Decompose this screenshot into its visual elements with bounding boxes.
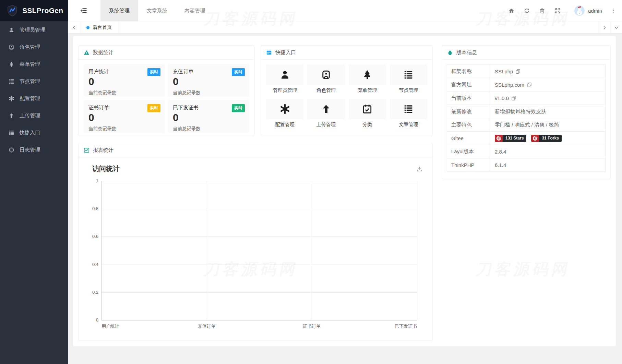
stat-box: 充值订单 实时 0 当前总记录数 (168, 64, 249, 97)
version-row: Layui版本 2.8.4 (447, 145, 605, 158)
sidebar-item-admin[interactable]: 管理员管理 (0, 21, 68, 38)
y-axis-tick: 0.2 (81, 290, 98, 295)
y-axis-tick: 0.4 (81, 262, 98, 267)
stat-box: 已下发证书 实时 0 当前总记录数 (168, 100, 249, 133)
stat-value: 0 (173, 112, 244, 123)
x-axis-label: 证书订单 (303, 323, 321, 329)
v-gridline (207, 181, 207, 320)
quick-entry[interactable]: 管理员管理 (266, 64, 303, 94)
version-row-label: 主要特色 (447, 118, 490, 131)
version-row-label: Gitee (447, 132, 490, 145)
copy-icon[interactable] (515, 69, 521, 74)
quick-entry-box (266, 99, 303, 119)
chart-area: 00.20.40.60.81用户统计充值订单证书订单已下发证书 (79, 157, 432, 341)
tabs-scroll-left-button[interactable] (68, 22, 80, 33)
gitee-badge[interactable]: 131 Stars (495, 135, 526, 142)
report-card-header: 报表统计 (79, 143, 432, 157)
leaf-icon (447, 50, 453, 56)
asterisk-icon (280, 104, 290, 114)
list-icon (9, 130, 14, 136)
y-axis-tick: 1 (81, 178, 98, 183)
sidebar-item-label: 角色管理 (20, 44, 40, 50)
sidebar-item-label: 菜单管理 (20, 61, 40, 68)
stat-value: 0 (88, 76, 160, 87)
sidebar-item-label: 上传管理 (20, 112, 40, 119)
calendar-check-icon (362, 104, 372, 114)
sidebar-item-node[interactable]: 节点管理 (0, 73, 68, 90)
tabs-scroll-right-button[interactable] (598, 22, 610, 33)
x-axis-label: 充值订单 (198, 323, 216, 329)
sidebar-item-menu[interactable]: 菜单管理 (0, 56, 68, 73)
window-icon (266, 50, 272, 56)
y-axis-tick: 0.6 (81, 234, 98, 239)
topnav-tab-1[interactable]: 文章系统 (138, 0, 176, 21)
home-icon[interactable] (509, 8, 514, 14)
sidebar-item-role[interactable]: 角色管理 (0, 38, 68, 56)
quick-entry-box (390, 99, 427, 119)
sidebar-nav: 管理员管理 角色管理 菜单管理 节点管理 配置管理 上传管理 快捷入口 日志管理 (0, 21, 68, 158)
quick-entry[interactable]: 分类 (349, 99, 386, 128)
stat-value: 0 (88, 112, 160, 123)
sidebar-item-quick[interactable]: 快捷入口 (0, 124, 68, 141)
stat-badge: 实时 (232, 104, 245, 112)
avatar[interactable] (574, 5, 585, 16)
sidebar-item-upload[interactable]: 上传管理 (0, 107, 68, 124)
version-row-label: 最新修改 (447, 105, 490, 118)
stats-card-header: 数据统计 (79, 46, 254, 60)
h-gridline (101, 265, 417, 265)
stat-sublabel: 当前总记录数 (88, 90, 160, 96)
version-row: 主要特色 零门槛 / 响应式 / 清爽 / 极简 (447, 118, 605, 132)
quick-entry-box (307, 99, 345, 119)
stat-badge: 实时 (147, 104, 160, 112)
tabbar: 后台首页 (68, 21, 622, 34)
tree-icon (362, 70, 372, 80)
topnav-tab-0[interactable]: 系统管理 (100, 0, 138, 21)
x-axis-line (101, 320, 417, 320)
h-gridline (101, 181, 417, 181)
sidebar-item-label: 节点管理 (20, 78, 40, 85)
topnav-tabs: 系统管理文章系统内容管理 (100, 0, 214, 21)
tab-home[interactable]: 后台首页 (80, 22, 118, 33)
gitee-badge[interactable]: 31 Forks (531, 135, 561, 142)
topnav-tab-2[interactable]: 内容管理 (176, 0, 214, 21)
trash-icon[interactable] (539, 8, 545, 14)
username-label[interactable]: admin (588, 8, 602, 14)
sidebar-item-log[interactable]: 日志管理 (0, 141, 68, 158)
quick-entry[interactable]: 上传管理 (307, 99, 345, 128)
quick-entry[interactable]: 菜单管理 (349, 64, 386, 94)
copy-icon[interactable] (527, 82, 532, 87)
quick-entry-label: 配置管理 (266, 122, 303, 128)
list-icon (403, 70, 414, 80)
quick-entry-label: 上传管理 (307, 122, 345, 128)
quick-entry-box (349, 99, 386, 119)
copy-icon[interactable] (511, 96, 516, 101)
quick-entry[interactable]: 文章管理 (390, 99, 427, 128)
list-icon (9, 78, 14, 84)
tabs-menu-button[interactable] (610, 22, 622, 33)
chevron-down-icon (614, 25, 619, 30)
version-row-value: 2.8.4 (490, 145, 511, 158)
quick-entry-label: 文章管理 (390, 122, 427, 128)
version-row-label: 当前版本 (447, 92, 490, 105)
sidebar-item-config[interactable]: 配置管理 (0, 90, 68, 107)
more-options-icon[interactable] (611, 8, 617, 14)
chevron-right-icon (602, 25, 607, 30)
h-gridline (101, 292, 417, 293)
role-icon (321, 70, 331, 80)
fullscreen-icon[interactable] (555, 8, 561, 14)
quick-entry[interactable]: 配置管理 (266, 99, 303, 128)
tabbar-right-controls (598, 22, 622, 33)
quick-entry-box (349, 64, 386, 85)
report-body: 访问统计 00.20.40.60.81用户统计充值订单证书订单已下发证书 (79, 157, 432, 341)
quick-entry[interactable]: 节点管理 (390, 64, 427, 94)
collapse-sidebar-button[interactable] (80, 0, 87, 21)
tree-icon (9, 61, 14, 67)
version-row: 最新修改 新增拟物风格特效皮肤 (447, 105, 605, 118)
stat-sublabel: 当前总记录数 (173, 90, 244, 96)
x-axis-label: 用户统计 (101, 323, 119, 329)
app-logo[interactable]: SSLProGen (0, 0, 68, 21)
quick-entry[interactable]: 角色管理 (307, 64, 345, 94)
refresh-icon[interactable] (524, 8, 530, 14)
quick-entry-label: 菜单管理 (349, 87, 386, 94)
version-row-value: 新增拟物风格特效皮肤 (490, 105, 551, 118)
